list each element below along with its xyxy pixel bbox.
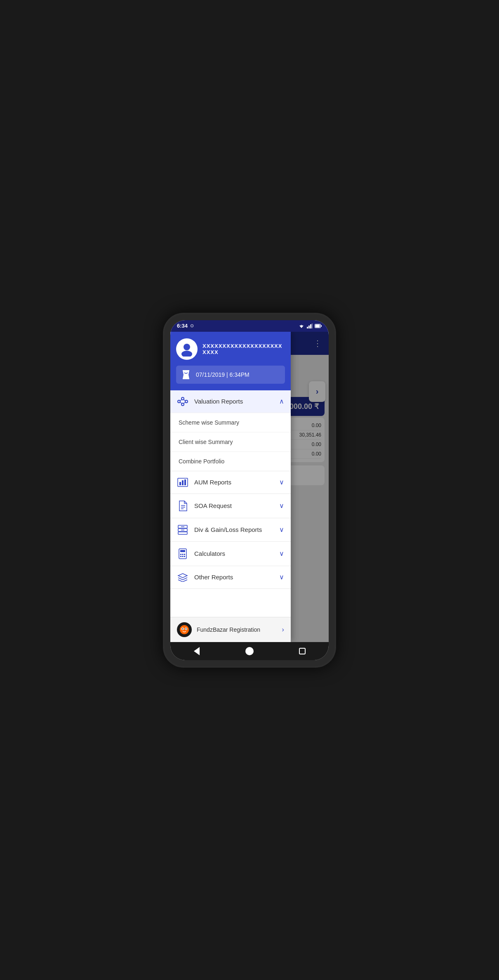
- submenu-scheme-wise[interactable]: Scheme wise Summary: [170, 413, 291, 432]
- client-wise-label: Client wise Summary: [179, 439, 233, 445]
- svg-rect-9: [315, 324, 320, 327]
- other-arrow: ∨: [279, 573, 284, 581]
- drawer-overlay: XXXXXXXXXXXXXXXXXXXXXXXX 07/1: [170, 332, 329, 642]
- other-section: Other Reports ∨: [170, 566, 291, 589]
- footer-arrow[interactable]: ›: [282, 626, 284, 633]
- svg-rect-5: [310, 324, 311, 328]
- svg-rect-10: [321, 325, 322, 327]
- svg-rect-6: [312, 324, 313, 328]
- valuation-label: Valuation Reports: [194, 398, 273, 405]
- svg-rect-41: [184, 554, 185, 555]
- fundzbazar-logo: [177, 622, 192, 637]
- svg-rect-43: [182, 556, 184, 557]
- svg-point-12: [181, 351, 192, 357]
- notification-icon: ⊙: [190, 323, 194, 328]
- scheme-wise-label: Scheme wise Summary: [179, 419, 239, 426]
- svg-rect-4: [308, 326, 310, 328]
- svg-rect-38: [180, 550, 185, 552]
- svg-marker-45: [178, 574, 187, 578]
- calculators-arrow: ∨: [279, 550, 284, 557]
- drawer-footer[interactable]: FundzBazar Registration ›: [170, 617, 291, 642]
- menu-item-valuation[interactable]: Valuation Reports ∧: [170, 390, 291, 413]
- navigation-drawer: XXXXXXXXXXXXXXXXXXXXXXXX 07/1: [170, 332, 291, 642]
- menu-item-other[interactable]: Other Reports ∨: [170, 566, 291, 588]
- soa-section: SOA Request ∨: [170, 494, 291, 518]
- dim-overlay[interactable]: [291, 332, 329, 642]
- main-content: ⋮ ₹ › Weg CAGR 3.37 ↑: [170, 332, 329, 642]
- divgain-icon: [177, 525, 188, 535]
- drawer-header: XXXXXXXXXXXXXXXXXXXXXXXX 07/1: [170, 332, 291, 390]
- svg-line-22: [184, 399, 186, 401]
- user-name: XXXXXXXXXXXXXXXXXXXXXXXX: [202, 343, 285, 355]
- svg-rect-44: [184, 556, 185, 557]
- recents-button[interactable]: [296, 645, 308, 657]
- submenu-combine-portfolio[interactable]: Combine Portfolio: [170, 451, 291, 471]
- svg-rect-3: [307, 327, 308, 328]
- timer-icon: [180, 369, 192, 380]
- divgain-label: Div & Gain/Loss Reports: [194, 526, 273, 533]
- submenu-client-wise[interactable]: Client wise Summary: [170, 432, 291, 451]
- combine-portfolio-label: Combine Portfolio: [179, 458, 224, 465]
- back-button[interactable]: [191, 645, 203, 657]
- calculators-label: Calculators: [194, 550, 273, 557]
- aum-label: AUM Reports: [194, 479, 273, 486]
- bottom-navigation: [170, 642, 329, 660]
- other-label: Other Reports: [194, 574, 273, 581]
- drawer-date: 07/11/2019 | 6:34PM: [196, 371, 250, 378]
- svg-point-18: [181, 397, 184, 400]
- phone-screen: 6:34 ⊙: [170, 320, 329, 660]
- svg-point-46: [180, 625, 189, 634]
- svg-point-11: [184, 344, 190, 350]
- valuation-arrow: ∧: [279, 397, 284, 405]
- svg-line-24: [184, 402, 186, 403]
- signal-icon: [307, 324, 313, 328]
- aum-icon: [177, 478, 188, 487]
- date-row: 07/11/2019 | 6:34PM: [176, 366, 285, 384]
- wifi-icon: [298, 324, 305, 328]
- valuation-section: Valuation Reports ∧ Scheme wise Summary …: [170, 390, 291, 471]
- soa-arrow: ∨: [279, 502, 284, 510]
- menu-item-calculators[interactable]: Calculators ∨: [170, 542, 291, 566]
- valuation-icon: [177, 397, 188, 406]
- status-icons: [298, 324, 322, 328]
- footer-text: FundzBazar Registration: [197, 626, 277, 633]
- menu-item-divgain[interactable]: Div & Gain/Loss Reports ∨: [170, 518, 291, 541]
- svg-rect-40: [182, 554, 184, 555]
- divgain-section: Div & Gain/Loss Reports ∨: [170, 518, 291, 542]
- svg-line-21: [180, 399, 182, 401]
- menu-item-soa[interactable]: SOA Request ∨: [170, 494, 291, 518]
- battery-icon: [315, 324, 322, 328]
- svg-rect-39: [180, 554, 181, 555]
- svg-line-23: [180, 402, 182, 403]
- svg-rect-27: [182, 480, 184, 485]
- avatar: [176, 338, 198, 360]
- status-time: 6:34: [177, 323, 188, 329]
- person-icon: [179, 342, 194, 357]
- calculators-icon: [177, 548, 188, 559]
- calculators-section: Calculators ∨: [170, 542, 291, 566]
- svg-rect-26: [179, 482, 181, 485]
- drawer-menu[interactable]: Valuation Reports ∧ Scheme wise Summary …: [170, 390, 291, 617]
- svg-point-20: [181, 403, 184, 406]
- aum-section: AUM Reports ∨: [170, 471, 291, 494]
- svg-rect-34: [178, 532, 187, 534]
- svg-rect-28: [184, 479, 186, 485]
- status-bar: 6:34 ⊙: [170, 320, 329, 332]
- svg-point-50: [186, 628, 187, 629]
- soa-label: SOA Request: [194, 502, 273, 509]
- svg-point-49: [182, 628, 184, 629]
- home-button[interactable]: [243, 645, 256, 657]
- divgain-arrow: ∨: [279, 526, 284, 534]
- menu-item-aum[interactable]: AUM Reports ∨: [170, 471, 291, 494]
- valuation-submenu: Scheme wise Summary Client wise Summary …: [170, 413, 291, 471]
- aum-arrow: ∨: [279, 478, 284, 486]
- other-icon: [177, 573, 188, 582]
- soa-icon: [177, 501, 188, 511]
- user-row: XXXXXXXXXXXXXXXXXXXXXXXX: [176, 338, 285, 360]
- svg-rect-42: [180, 556, 181, 557]
- phone-device: 6:34 ⊙: [163, 313, 336, 668]
